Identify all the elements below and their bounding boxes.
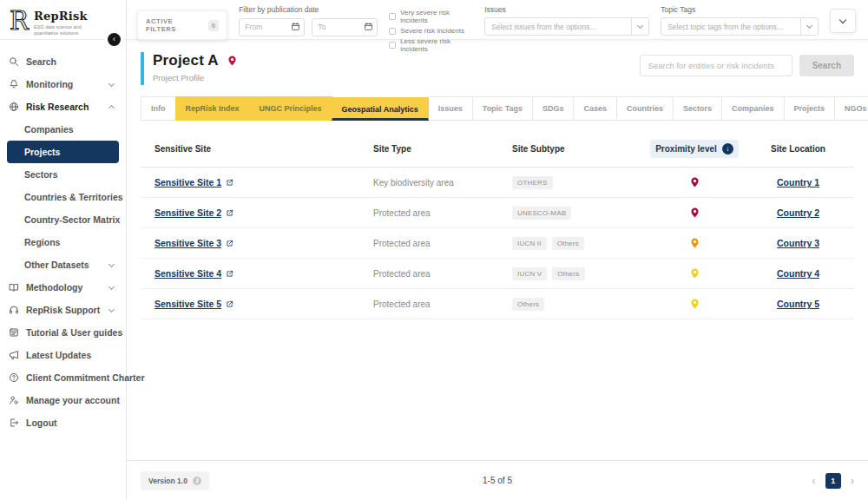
country-link[interactable]: Country 4: [777, 268, 819, 279]
filter-panel-toggle-button[interactable]: [830, 9, 856, 33]
checkbox-icon: [389, 13, 396, 20]
tab-sectors[interactable]: Sectors: [673, 96, 722, 121]
pagination-range: 1-5 of 5: [483, 476, 512, 485]
sidebar-item-countries-territories[interactable]: Countries & Territories: [0, 186, 126, 208]
topic-tags-filter: Topic Tags Select topic tags from the op…: [661, 5, 819, 36]
chevron-down-icon: [839, 16, 846, 23]
chevron-down-icon: [108, 80, 115, 86]
table-row: Sensitive Site 1 Key biodiversity area O…: [141, 168, 854, 198]
sensitive-site-link[interactable]: Sensitive Site 3: [155, 238, 233, 248]
column-proximity-level-sort[interactable]: Proximity level ↓: [650, 140, 739, 158]
sidebar-item-risk-research[interactable]: Risk Research: [0, 95, 126, 118]
megaphone-icon: [9, 350, 19, 360]
sidebar-item-tutorial-guides[interactable]: Tutorial & User guides: [0, 321, 126, 344]
version-badge: Version 1.0 i: [141, 471, 209, 490]
proximity-pin-icon: [689, 266, 700, 280]
tab-issues[interactable]: Issues: [428, 96, 473, 121]
info-icon[interactable]: i: [193, 477, 201, 485]
table-row: Sensitive Site 3 Protected area IUCN IIO…: [141, 228, 854, 259]
sidebar: R RepRisk ESG data science and quantitat…: [0, 0, 127, 500]
previous-page-button[interactable]: ‹: [812, 475, 815, 486]
subtype-chip: OTHERS: [512, 176, 553, 189]
user-gear-icon: [9, 395, 19, 405]
issues-label: Issues: [484, 5, 649, 14]
app-window: R RepRisk ESG data science and quantitat…: [0, 0, 868, 500]
sidebar-item-regions[interactable]: Regions: [0, 231, 126, 253]
chevron-down-icon: [806, 23, 812, 29]
sensitive-site-link[interactable]: Sensitive Site 1: [155, 177, 233, 188]
column-site-type: Site Type: [373, 144, 512, 154]
search-button[interactable]: Search: [799, 55, 854, 76]
sensitive-site-link[interactable]: Sensitive Site 5: [155, 299, 233, 309]
sidebar-item-manage-account[interactable]: Manage your account: [0, 389, 126, 411]
calendar-icon: [291, 22, 300, 31]
column-sensitive-site: Sensitive Site: [141, 144, 373, 154]
sidebar-item-methodology[interactable]: Methodology: [0, 276, 126, 299]
accent-bar: [141, 52, 144, 85]
sidebar-collapse-button[interactable]: ‹: [108, 33, 121, 46]
checkbox-less-severe[interactable]: Less severe risk incidents: [389, 37, 473, 53]
tab-ngos[interactable]: NGOs: [834, 96, 868, 121]
country-link[interactable]: Country 5: [777, 299, 819, 309]
sidebar-item-companies[interactable]: Companies: [0, 118, 126, 141]
tab-reprisk-index[interactable]: RepRisk Index: [175, 96, 250, 121]
checkbox-icon: [389, 28, 396, 35]
tab-cases[interactable]: Cases: [573, 96, 617, 121]
table-row: Sensitive Site 4 Protected area IUCN VOt…: [141, 259, 854, 289]
topic-tags-select[interactable]: Select topic tags from the options...: [661, 17, 819, 36]
next-page-button[interactable]: ›: [851, 475, 854, 486]
brand-tagline-1: ESG data science and: [34, 24, 82, 30]
checkbox-very-severe[interactable]: Very severe risk incidents: [389, 9, 473, 24]
column-site-location: Site Location: [742, 144, 854, 154]
subtype-chip: Others: [512, 298, 544, 311]
sidebar-item-search[interactable]: Search: [0, 50, 126, 73]
country-link[interactable]: Country 1: [777, 177, 819, 188]
sidebar-item-country-sector-matrix[interactable]: Country-Sector Matrix: [0, 208, 126, 231]
sidebar-item-reprisk-support[interactable]: RepRisk Support: [0, 299, 126, 321]
tab-companies[interactable]: Companies: [721, 96, 785, 121]
issues-filter: Issues Select issues from the options...: [484, 5, 649, 36]
publication-date-filter: Filter by publication date: [239, 5, 378, 36]
tab-ungc-principles[interactable]: UNGC Principles: [249, 96, 332, 121]
sidebar-item-projects[interactable]: Projects: [7, 141, 119, 163]
chevron-down-icon: [108, 306, 115, 312]
subtype-chip: Others: [552, 267, 584, 280]
entity-search-input[interactable]: [640, 55, 792, 76]
sidebar-item-other-datasets[interactable]: Other Datasets: [0, 253, 126, 276]
question-circle-icon: [9, 372, 19, 383]
external-link-icon: [226, 240, 233, 247]
tab-countries[interactable]: Countries: [616, 96, 674, 121]
issues-select[interactable]: Select issues from the options...: [484, 17, 649, 36]
tab-topic-tags[interactable]: Topic Tags: [472, 96, 533, 121]
sensitive-site-link[interactable]: Sensitive Site 4: [155, 268, 233, 279]
sidebar-item-client-commitment-charter[interactable]: Client Commitment Charter: [0, 366, 126, 389]
sidebar-item-logout[interactable]: Logout: [0, 411, 126, 434]
checkbox-severe[interactable]: Severe risk incidents: [389, 27, 473, 35]
current-page-button[interactable]: 1: [825, 473, 841, 489]
sidebar-item-monitoring[interactable]: Monitoring: [0, 73, 126, 95]
logout-icon: [9, 418, 19, 428]
sidebar-item-sectors[interactable]: Sectors: [0, 163, 126, 186]
active-filters-count-badge: 0: [208, 20, 219, 31]
sidebar-item-latest-updates[interactable]: Latest Updates: [0, 344, 126, 366]
active-filters-button[interactable]: ACTIVE FILTERS 0: [137, 10, 227, 40]
country-link[interactable]: Country 3: [777, 238, 819, 248]
publication-date-label: Filter by publication date: [239, 5, 378, 14]
chevron-up-icon: [108, 105, 115, 111]
content: Project A Project Profile Search Info Re…: [127, 40, 868, 460]
tab-info[interactable]: Info: [141, 96, 176, 121]
subtype-chip: IUCN V: [512, 267, 547, 280]
sensitive-sites-table: Sensitive Site Site Type Site Subtype Pr…: [141, 135, 854, 319]
brand-logo: R RepRisk ESG data science and quantitat…: [0, 0, 126, 40]
country-link[interactable]: Country 2: [777, 207, 819, 218]
headset-icon: [9, 305, 19, 315]
external-link-icon: [226, 179, 233, 187]
sensitive-site-link[interactable]: Sensitive Site 2: [155, 207, 233, 218]
tab-projects[interactable]: Projects: [784, 96, 836, 121]
page-title: Project A: [153, 52, 219, 69]
tab-geospatial-analytics[interactable]: Geospatial Analytics: [332, 97, 429, 121]
chevron-down-icon: [108, 283, 115, 289]
tab-sdgs[interactable]: SDGs: [532, 96, 575, 121]
table-header: Sensitive Site Site Type Site Subtype Pr…: [141, 135, 854, 168]
checkbox-icon: [389, 42, 396, 49]
